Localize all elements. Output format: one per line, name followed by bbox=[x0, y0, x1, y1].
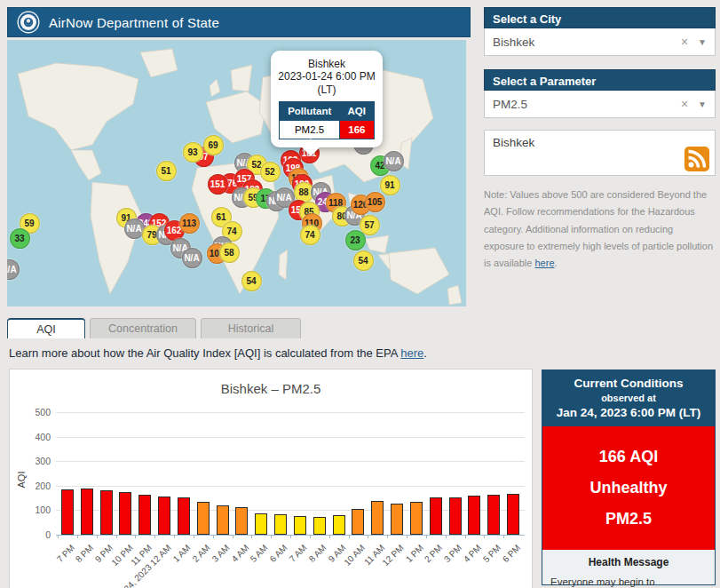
aqi-bar[interactable] bbox=[235, 507, 248, 535]
health-message-section: Health Message Everyone may begin to exp… bbox=[542, 550, 715, 588]
aqi-bar[interactable] bbox=[61, 489, 74, 535]
map-marker[interactable]: 91 bbox=[380, 175, 400, 195]
aqi-bar[interactable] bbox=[217, 505, 229, 535]
map-marker[interactable]: 54 bbox=[241, 271, 262, 291]
current-conditions-header: Current Conditions observed at Jan 24, 2… bbox=[542, 370, 715, 426]
aqi-bar[interactable] bbox=[119, 492, 131, 535]
aqi-bar[interactable] bbox=[178, 497, 190, 535]
map-marker[interactable]: N/A bbox=[7, 259, 20, 280]
aqi-bar[interactable] bbox=[197, 502, 210, 535]
tab-concentration-label: Concentration bbox=[108, 322, 178, 335]
parameter-select-header: Select a Parameter bbox=[484, 69, 716, 91]
map-marker[interactable]: 58 bbox=[219, 242, 240, 263]
map-marker[interactable]: 33 bbox=[10, 228, 30, 249]
aqi-bar[interactable] bbox=[391, 504, 403, 535]
popup-pollutant-value: PM2.5 bbox=[280, 121, 340, 139]
x-axis-tick bbox=[446, 535, 447, 538]
x-axis-tick bbox=[290, 535, 291, 538]
map-marker[interactable]: 52 bbox=[260, 162, 281, 182]
popup-aqi-header: AQI bbox=[339, 102, 374, 121]
learn-more-text: Learn more about how the Air Quality Ind… bbox=[9, 346, 427, 360]
parameter-caret-icon[interactable]: ▼ bbox=[694, 99, 707, 109]
map-marker[interactable]: 113 bbox=[179, 213, 200, 234]
map-marker[interactable]: 93 bbox=[183, 142, 203, 163]
y-axis-tick-label: 500 bbox=[17, 407, 51, 417]
map-marker[interactable]: N/A bbox=[384, 151, 404, 171]
map-marker[interactable]: 51 bbox=[156, 161, 177, 181]
aqi-bar[interactable] bbox=[371, 501, 384, 535]
map-marker[interactable]: N/A bbox=[182, 248, 202, 268]
popup-table: Pollutant AQI PM2.5 166 bbox=[279, 101, 375, 139]
aqi-bar[interactable] bbox=[333, 515, 345, 535]
aqi-bar[interactable] bbox=[138, 495, 151, 535]
y-axis-tick-label: 300 bbox=[17, 456, 51, 466]
x-axis-tick bbox=[116, 535, 117, 538]
popup-city: Bishkek bbox=[276, 58, 377, 70]
rss-feed-icon[interactable] bbox=[684, 147, 709, 171]
x-axis-tick bbox=[271, 535, 272, 538]
learn-more-body: Learn more about how the Air Quality Ind… bbox=[9, 346, 400, 360]
y-axis-tick-label: 0 bbox=[17, 529, 51, 540]
aqi-bar[interactable] bbox=[410, 502, 423, 535]
tab-concentration[interactable]: Concentration bbox=[90, 318, 196, 338]
epa-here-link[interactable]: here bbox=[400, 346, 423, 360]
aqi-bar[interactable] bbox=[274, 514, 287, 535]
aqi-bar[interactable] bbox=[100, 490, 113, 535]
map-marker[interactable]: 74 bbox=[300, 225, 320, 245]
parameter-select[interactable]: PM2.5 × ▼ bbox=[484, 91, 716, 118]
map-marker[interactable]: 54 bbox=[353, 250, 374, 271]
aqi-bar[interactable] bbox=[487, 495, 500, 535]
tab-historical[interactable]: Historical bbox=[201, 318, 301, 338]
city-clear-icon[interactable]: × bbox=[675, 35, 694, 49]
parameter-select-group: Select a Parameter PM2.5 × ▼ bbox=[484, 69, 716, 118]
x-axis-label-text: 6 PM bbox=[501, 543, 522, 564]
aqi-bar[interactable] bbox=[468, 496, 480, 535]
map-marker[interactable]: 105 bbox=[365, 192, 385, 212]
aqi-bar[interactable] bbox=[294, 516, 306, 535]
note-here-link[interactable]: here bbox=[534, 258, 554, 268]
tab-aqi[interactable]: AQI bbox=[7, 318, 85, 338]
x-axis-tick bbox=[310, 535, 311, 538]
map-marker[interactable]: 69 bbox=[203, 135, 224, 155]
gridline bbox=[56, 486, 525, 487]
x-axis-tick bbox=[426, 535, 427, 538]
x-axis-tick bbox=[135, 535, 136, 538]
view-tabs: AQI Concentration Historical bbox=[7, 318, 301, 338]
aqi-bar[interactable] bbox=[255, 513, 267, 535]
aqi-bar[interactable] bbox=[313, 517, 326, 535]
map-marker[interactable]: 23 bbox=[345, 230, 366, 250]
tab-historical-label: Historical bbox=[228, 322, 273, 335]
app-header: AirNow Department of State bbox=[7, 7, 471, 37]
department-of-state-seal-icon bbox=[17, 11, 40, 34]
gridline bbox=[56, 412, 525, 413]
map-marker[interactable]: 151 bbox=[208, 174, 228, 195]
observed-datetime: Jan 24, 2023 6:00 PM (LT) bbox=[546, 406, 711, 419]
x-axis-tick bbox=[58, 535, 59, 538]
x-axis-tick bbox=[154, 535, 155, 538]
current-conditions-panel: Current Conditions observed at Jan 24, 2… bbox=[542, 369, 716, 585]
aqi-bar-chart: 0100200300400500AQI7 PM8 PM9 PM10 PM11 P… bbox=[10, 369, 532, 588]
current-aqi-pollutant: PM2.5 bbox=[546, 504, 711, 535]
gridline bbox=[56, 437, 525, 438]
world-aqi-map[interactable]: N/A593351979369N/A5252176151157182N/A591… bbox=[7, 40, 466, 306]
tab-aqi-label: AQI bbox=[36, 323, 56, 336]
aqi-bar[interactable] bbox=[430, 497, 442, 535]
health-message-text: Everyone may begin to experience health … bbox=[550, 574, 707, 588]
city-select[interactable]: Bishkek × ▼ bbox=[484, 28, 716, 56]
city-caret-icon[interactable]: ▼ bbox=[694, 37, 707, 47]
aqi-bar[interactable] bbox=[352, 509, 364, 535]
y-axis-tick-label: 100 bbox=[17, 505, 51, 515]
x-axis-tick bbox=[213, 535, 214, 538]
aqi-bar[interactable] bbox=[158, 497, 170, 535]
aqi-bar[interactable] bbox=[449, 497, 462, 535]
note-period: . bbox=[555, 258, 558, 268]
x-axis-tick bbox=[97, 535, 98, 538]
y-axis-label: AQI bbox=[16, 472, 27, 489]
x-axis-label: 6 PM bbox=[417, 543, 515, 553]
aqi-bar[interactable] bbox=[81, 489, 93, 535]
parameter-clear-icon[interactable]: × bbox=[675, 97, 694, 111]
city-select-header: Select a City bbox=[484, 7, 716, 28]
aqi-bar[interactable] bbox=[507, 494, 519, 535]
x-axis-tick bbox=[387, 535, 388, 538]
note-body: Note: Values above 500 are considered Be… bbox=[484, 189, 713, 268]
